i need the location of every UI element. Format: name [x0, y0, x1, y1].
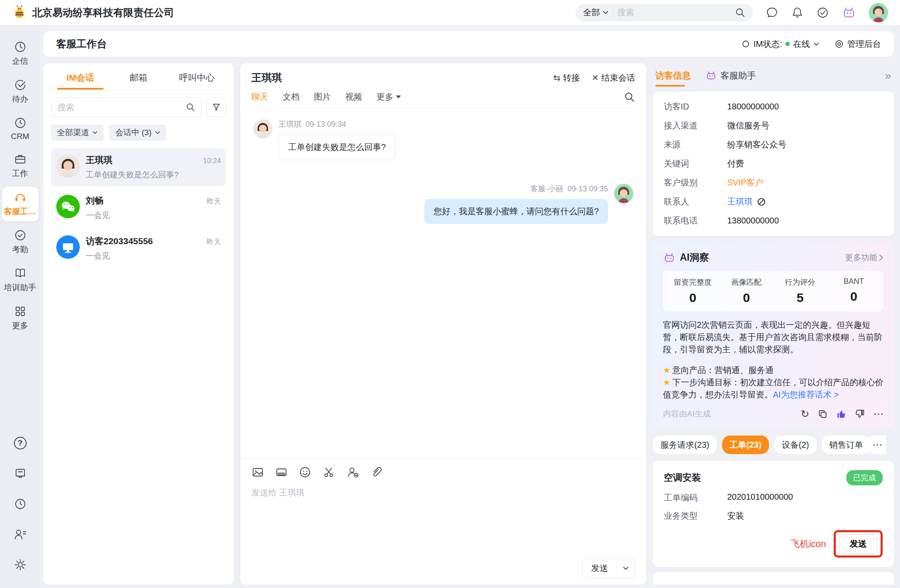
bell-icon[interactable]: [791, 6, 804, 19]
search-icon[interactable]: [735, 8, 745, 18]
tab-call-center[interactable]: 呼叫中心: [168, 63, 226, 90]
chat-tab-docs[interactable]: 文档: [283, 91, 300, 103]
collapse-panel-icon[interactable]: »: [885, 69, 891, 87]
quick-reply-icon[interactable]: [275, 466, 288, 479]
more-actions-icon[interactable]: ⋯: [873, 409, 884, 419]
close-icon: ✕: [592, 73, 599, 83]
tab-im-sessions[interactable]: IM会话: [51, 63, 109, 90]
ai-insight-title: AI洞察: [680, 251, 709, 264]
status-badge: 已完成: [846, 470, 883, 485]
filter-button[interactable]: [207, 98, 226, 117]
agent-avatar: [614, 184, 633, 203]
tab-service-requests[interactable]: 服务请求(23): [653, 436, 717, 454]
image-icon[interactable]: [251, 466, 264, 479]
feedback-icon[interactable]: [14, 467, 27, 480]
thumbs-down-icon[interactable]: [855, 409, 865, 419]
clock-icon: [14, 41, 27, 53]
filter-channel-dropdown[interactable]: 全部渠道: [51, 125, 104, 141]
chat-tab-videos[interactable]: 视频: [345, 91, 362, 103]
ai-robot-icon: [705, 71, 717, 81]
composer-input[interactable]: [251, 487, 635, 558]
sidebar-item-qixin[interactable]: 企信: [2, 36, 38, 71]
task-check-icon[interactable]: [816, 6, 829, 19]
history-clock-icon[interactable]: [14, 498, 27, 510]
conversation-search-input[interactable]: [57, 103, 183, 112]
settings-gear-icon[interactable]: [14, 558, 27, 571]
chat-search-icon[interactable]: [624, 92, 635, 103]
ai-script-link[interactable]: AI为您推荐话术 >: [773, 390, 839, 399]
end-session-button[interactable]: ✕ 结束会话: [592, 72, 635, 84]
visitor-info-card: 访客ID18000000000 接入渠道微信服务号 来源纷享销客公众号 关键词付…: [653, 92, 894, 236]
block-icon[interactable]: [757, 197, 766, 207]
tab-devices[interactable]: 设备(2): [774, 436, 816, 454]
user-avatar[interactable]: [869, 3, 888, 22]
chat-tab-more[interactable]: 更多: [376, 91, 401, 103]
sidebar-item-training[interactable]: 培训助手: [2, 263, 38, 297]
book-icon: [14, 267, 27, 280]
admin-console-button[interactable]: 管理后台: [835, 38, 881, 50]
conversation-item[interactable]: 访客2203345556 昨天 一会见: [51, 229, 226, 267]
ai-robot-icon[interactable]: [842, 6, 856, 19]
search-scope-dropdown[interactable]: 全部: [583, 7, 608, 18]
message-list: 王琪琪 09-13 09:34 工单创建失败是怎么回事? 客服-小丽 09-13…: [240, 108, 646, 458]
record-tabs: 服务请求(23) 工单(23) 设备(2) 销售订单 ⋯: [653, 436, 894, 454]
work-order-send-button[interactable]: 发送: [839, 534, 877, 553]
sidebar-item-more[interactable]: 更多: [2, 301, 38, 335]
chevron-down-icon: [813, 42, 819, 46]
chat-tab-images[interactable]: 图片: [314, 91, 331, 103]
composer: 发送: [240, 458, 646, 585]
sidebar-item-attendance[interactable]: 考勤: [2, 225, 38, 259]
sidebar-item-work[interactable]: 工作: [2, 149, 38, 183]
conversation-item[interactable]: 刘畅 昨天 一会见: [51, 189, 226, 227]
web-channel-icon: [56, 235, 80, 259]
tab-sales-orders[interactable]: 销售订单: [822, 436, 871, 454]
attachment-icon[interactable]: [371, 466, 383, 479]
global-search[interactable]: 全部: [575, 4, 753, 22]
chat-contact-name: 王琪琪: [251, 71, 282, 84]
chat-panel: 王琪琪 ⇆ 转接 ✕ 结束会话: [240, 63, 646, 585]
wechat-channel-icon: [56, 195, 80, 218]
customer-avatar: [56, 154, 80, 178]
transfer-icon: ⇆: [553, 73, 560, 83]
remove-user-icon[interactable]: [346, 466, 360, 479]
transfer-button[interactable]: ⇆ 转接: [553, 72, 580, 84]
headset-icon: [14, 191, 27, 204]
caret-down-icon: [396, 95, 401, 98]
tab-visitor-info[interactable]: 访客信息: [655, 70, 691, 87]
screenshot-scissors-icon[interactable]: [322, 466, 335, 479]
grid-icon: [14, 305, 27, 318]
check-circle-icon: [14, 79, 27, 91]
ai-more-features-link[interactable]: 更多功能: [845, 252, 884, 263]
emoji-icon[interactable]: [299, 466, 311, 479]
sidebar-item-service-workbench[interactable]: 客服工…: [2, 187, 38, 221]
tab-agent-assistant[interactable]: 客服助手: [705, 70, 756, 87]
record-tabs-more-icon[interactable]: ⋯: [867, 436, 886, 454]
sidebar-item-crm[interactable]: CRM: [2, 112, 38, 145]
contact-link[interactable]: 王琪琪: [727, 196, 766, 207]
send-options-dropdown[interactable]: [617, 566, 635, 570]
ai-robot-icon: [663, 252, 676, 263]
send-button[interactable]: 发送: [582, 558, 635, 578]
left-nav-rail: 企信 待办 CRM 工作 客服工… 考勤 培训助手: [0, 25, 40, 588]
help-icon[interactable]: ?: [14, 437, 27, 449]
brand: 北京易动纷享科技有限责任公司: [12, 5, 174, 20]
message-bubble: 工单创建失败是怎么回事?: [278, 134, 395, 160]
filter-session-state-dropdown[interactable]: 会话中 (3): [109, 125, 166, 141]
star-icon: ★: [663, 365, 671, 375]
chevron-down-icon: [155, 131, 160, 134]
sidebar-item-todo[interactable]: 待办: [2, 74, 38, 109]
refresh-icon[interactable]: ↻: [801, 409, 809, 419]
search-icon[interactable]: [186, 103, 195, 112]
global-search-input[interactable]: [617, 8, 731, 17]
message-bubble-icon[interactable]: [766, 6, 778, 19]
tab-mailbox[interactable]: 邮箱: [109, 63, 168, 90]
contacts-icon[interactable]: [14, 528, 27, 541]
conversation-search[interactable]: [51, 98, 202, 117]
ai-generated-note: 内容由AI生成: [663, 408, 711, 419]
conversation-item[interactable]: 王琪琪 10:24 工单创建失败是怎么回事?: [51, 148, 226, 186]
tab-work-orders[interactable]: 工单(23): [722, 436, 769, 454]
im-status-dropdown[interactable]: IM状态: 在线: [742, 38, 819, 50]
thumbs-up-icon[interactable]: [836, 409, 846, 419]
chat-tab-chat[interactable]: 聊天: [251, 91, 268, 103]
copy-icon[interactable]: [818, 409, 828, 419]
